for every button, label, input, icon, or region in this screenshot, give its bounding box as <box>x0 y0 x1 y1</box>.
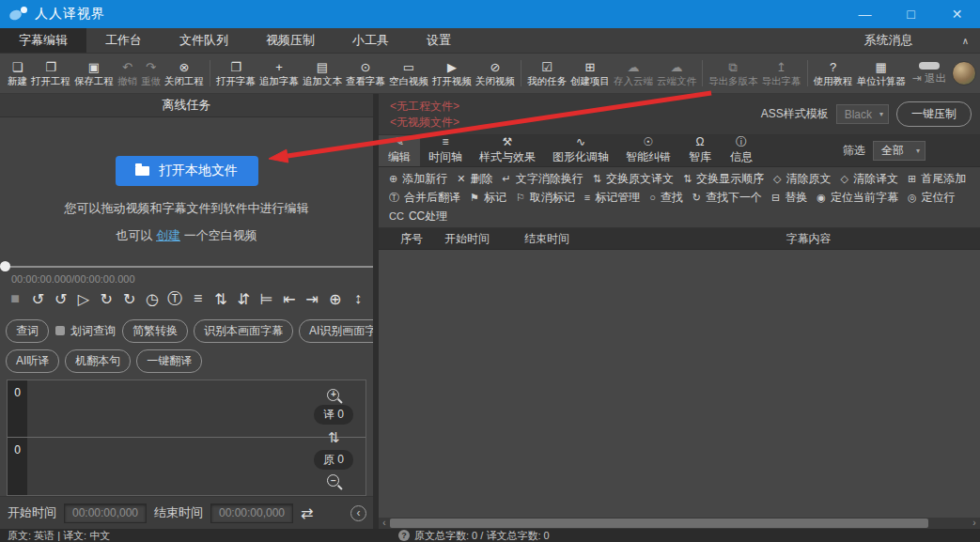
checkbox[interactable] <box>55 326 65 335</box>
mark-button[interactable]: ⚑ 标记 <box>470 190 506 206</box>
menu-workbench[interactable]: 工作台 <box>86 28 161 53</box>
append-text-button[interactable]: ▤ 追加文本 <box>301 54 344 93</box>
export-subtitle-button[interactable]: ↥ 导出字幕 <box>760 54 803 93</box>
maximize-button[interactable]: □ <box>888 0 934 28</box>
tutorial-button[interactable]: ? 使用教程 <box>812 54 855 93</box>
menu-video-encode[interactable]: 视频压制 <box>247 28 334 53</box>
loop-icon[interactable]: ⇄ <box>301 504 313 522</box>
find-next-button[interactable]: ↻ 查找下一个 <box>692 190 762 206</box>
forward-3s-button[interactable]: ↻ <box>121 290 138 308</box>
seek-track[interactable] <box>0 266 373 268</box>
cloud-files-button[interactable]: ☁ 云端文件 <box>655 54 698 93</box>
close-button[interactable]: ✕ <box>934 0 980 28</box>
exit-button[interactable]: ⇥ 退出 <box>912 71 946 85</box>
column-index[interactable]: 序号 <box>379 231 444 247</box>
swap-source-target-button[interactable]: ⇅ 交换原文译文 <box>593 171 674 187</box>
rewind-3s-button[interactable]: ↺ <box>29 290 46 308</box>
align-subtitle-button[interactable]: ⊨ <box>258 290 275 308</box>
merge-translate-button[interactable]: Ⓣ 合并后翻译 <box>389 190 460 206</box>
toolbar-divider[interactable] <box>702 60 703 86</box>
clear-source-button[interactable]: ◇ 清除原文 <box>773 171 831 187</box>
tab-style-effects[interactable]: ⚒ 样式与效果 <box>471 135 544 166</box>
column-start-time[interactable]: 开始时间 <box>444 231 524 247</box>
delete-button[interactable]: ✕ 删除 <box>457 171 492 187</box>
swap-lines-icon[interactable]: ⇅ <box>328 429 340 446</box>
forward-1s-button[interactable]: ↻ <box>98 290 115 308</box>
jump-end-button[interactable]: ⇥ <box>303 290 320 308</box>
seek-handle[interactable] <box>0 261 10 271</box>
column-end-time[interactable]: 结束时间 <box>524 231 637 247</box>
clear-target-button[interactable]: ◇ 清除译文 <box>841 171 898 187</box>
open-video-button[interactable]: ▶ 打开视频 <box>430 54 474 93</box>
tab-smart-correction[interactable]: ☉ 智能纠错 <box>617 135 679 166</box>
locate-button[interactable]: ⊕ <box>327 290 344 308</box>
find-button[interactable]: ○ 查找 <box>649 190 683 206</box>
zoom-out-icon[interactable]: − <box>327 474 339 487</box>
tab-info[interactable]: ⓘ 信息 <box>721 135 762 166</box>
unmark-button[interactable]: ⚐ 取消标记 <box>516 190 575 206</box>
open-subtitle-button[interactable]: ❐ 打开字幕 <box>214 54 257 93</box>
ass-template-select[interactable]: Black▾ <box>836 104 889 124</box>
collapse-panel-button[interactable]: ‹ <box>350 505 366 521</box>
menu-subtitle-edit[interactable]: 字幕编辑 <box>0 28 86 53</box>
close-video-button[interactable]: ⊘ 关闭视频 <box>474 54 517 93</box>
simplified-traditional-button[interactable]: 简繁转换 <box>122 319 188 343</box>
toolbar-divider[interactable] <box>521 60 521 86</box>
locate-current-subtitle-button[interactable]: ◉ 定位当前字幕 <box>817 190 898 206</box>
save-project-button[interactable]: ▣ 保存工程 <box>72 54 116 93</box>
ocr-current-frame-button[interactable]: 识别本画面字幕 <box>194 319 293 343</box>
system-message-button[interactable]: 系统消息 <box>864 32 913 49</box>
seek-bar[interactable] <box>0 261 373 272</box>
stop-button[interactable]: ■ <box>7 290 23 307</box>
menu-file-queue[interactable]: 文件队列 <box>161 28 247 53</box>
end-time-input[interactable]: 00:00:00,000 <box>210 503 293 523</box>
column-subtitle-content[interactable]: 字幕内容 <box>637 231 980 247</box>
tab-knowledge-base[interactable]: Ω 智库 <box>679 135 721 166</box>
minimize-button[interactable]: — <box>842 0 888 28</box>
text-tool-button[interactable]: Ⓣ <box>166 289 183 309</box>
append-subtitle-button[interactable]: + 追加字幕 <box>257 54 301 93</box>
mark-manage-button[interactable]: ≡ 标记管理 <box>584 190 640 206</box>
drop-zone[interactable]: 打开本地文件 您可以拖动视频和字幕文件到软件中进行编辑 也可以 创建 一个空白视… <box>0 117 373 261</box>
export-multi-version-button[interactable]: ⧉ 导出多版本 <box>707 54 760 93</box>
scrollbar-thumb[interactable] <box>390 519 928 528</box>
rewind-1s-button[interactable]: ↺ <box>53 290 70 308</box>
one-click-encode-button[interactable]: 一键压制 <box>896 101 972 127</box>
clock-button[interactable]: ◷ <box>144 290 161 308</box>
swap-display-order-button[interactable]: ⇅ 交换显示顺序 <box>683 171 764 187</box>
ai-transcribe-button[interactable]: AI听译 <box>6 349 59 373</box>
replace-button[interactable]: ⊟ 替换 <box>771 190 807 206</box>
jump-start-button[interactable]: ⇤ <box>281 290 298 308</box>
save-to-cloud-button[interactable]: ☁ 存入云端 <box>612 54 655 93</box>
create-project-button[interactable]: ⊞ 创建项目 <box>568 54 612 93</box>
my-tasks-button[interactable]: ☑ 我的任务 <box>525 54 568 93</box>
horizontal-scrollbar[interactable]: ‹ › <box>379 518 980 529</box>
new-button[interactable]: ❏ 新建 <box>6 54 29 93</box>
tab-graphic-timing[interactable]: ∿ 图形化调轴 <box>544 135 617 166</box>
scrollbar-track[interactable] <box>390 518 969 529</box>
tab-timeline[interactable]: ≡ 时间轴 <box>420 135 471 166</box>
machine-translate-sentence-button[interactable]: 机翻本句 <box>65 349 131 373</box>
undo-button[interactable]: ↶ 撤销 <box>116 54 139 93</box>
help-icon[interactable]: ? <box>398 530 410 541</box>
user-avatar[interactable] <box>952 61 976 85</box>
blank-video-button[interactable]: ▭ 空白视频 <box>387 54 430 93</box>
subtitle-table-body[interactable] <box>379 250 980 518</box>
redo-button[interactable]: ↷ 重做 <box>139 54 163 93</box>
chevron-up-icon[interactable]: ∧ <box>962 36 969 46</box>
open-local-file-button[interactable]: 打开本地文件 <box>116 156 258 186</box>
scroll-left-icon[interactable]: ‹ <box>379 518 390 529</box>
track-settings-button[interactable]: ≡ <box>190 290 207 307</box>
merge-prev-button[interactable]: ⇅ <box>212 290 229 308</box>
start-time-input[interactable]: 00:00:00,000 <box>64 503 147 523</box>
toolbar-divider[interactable] <box>210 60 210 86</box>
menu-tools[interactable]: 小工具 <box>334 28 408 53</box>
zoom-in-icon[interactable]: + <box>327 389 339 401</box>
open-project-button[interactable]: ❐ 打开工程 <box>29 54 72 93</box>
merge-next-button[interactable]: ⇵ <box>235 290 252 308</box>
play-button[interactable]: ▷ <box>75 290 92 308</box>
lookup-word-button[interactable]: 查词 <box>6 319 49 343</box>
scroll-right-icon[interactable]: › <box>969 518 980 529</box>
filter-select[interactable]: 全部▾ <box>873 141 926 161</box>
create-blank-video-link[interactable]: 创建 <box>156 228 180 242</box>
